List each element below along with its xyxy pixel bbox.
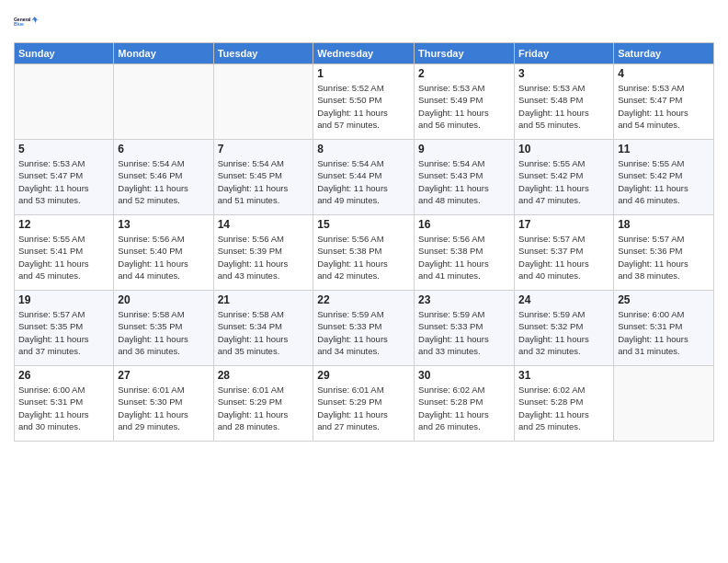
day-number: 23 bbox=[418, 293, 510, 306]
calendar-cell: 15Sunrise: 5:56 AMSunset: 5:38 PMDayligh… bbox=[313, 215, 415, 291]
calendar-week-3: 12Sunrise: 5:55 AMSunset: 5:41 PMDayligh… bbox=[15, 215, 714, 291]
calendar-cell bbox=[15, 64, 114, 140]
calendar-cell: 2Sunrise: 5:53 AMSunset: 5:49 PMDaylight… bbox=[415, 64, 515, 140]
weekday-header-saturday: Saturday bbox=[614, 43, 714, 64]
calendar-cell: 7Sunrise: 5:54 AMSunset: 5:45 PMDaylight… bbox=[213, 140, 313, 215]
calendar-cell bbox=[614, 366, 714, 442]
day-info: Sunrise: 5:54 AMSunset: 5:46 PMDaylight:… bbox=[118, 157, 209, 206]
day-info: Sunrise: 5:57 AMSunset: 5:35 PMDaylight:… bbox=[18, 308, 109, 357]
calendar-cell: 19Sunrise: 5:57 AMSunset: 5:35 PMDayligh… bbox=[15, 291, 114, 366]
day-info: Sunrise: 5:57 AMSunset: 5:36 PMDaylight:… bbox=[618, 233, 710, 282]
day-info: Sunrise: 5:56 AMSunset: 5:38 PMDaylight:… bbox=[418, 233, 510, 282]
day-number: 11 bbox=[618, 143, 710, 155]
calendar-cell: 30Sunrise: 6:02 AMSunset: 5:28 PMDayligh… bbox=[415, 366, 515, 442]
day-info: Sunrise: 6:02 AMSunset: 5:28 PMDaylight:… bbox=[418, 384, 510, 432]
calendar-body: 1Sunrise: 5:52 AMSunset: 5:50 PMDaylight… bbox=[15, 64, 714, 442]
calendar-cell: 12Sunrise: 5:55 AMSunset: 5:41 PMDayligh… bbox=[15, 215, 114, 291]
calendar-cell: 24Sunrise: 5:59 AMSunset: 5:32 PMDayligh… bbox=[515, 291, 614, 366]
day-info: Sunrise: 6:00 AMSunset: 5:31 PMDaylight:… bbox=[618, 308, 710, 357]
weekday-header-sunday: Sunday bbox=[15, 43, 114, 64]
day-number: 14 bbox=[218, 218, 310, 231]
calendar-cell: 4Sunrise: 5:53 AMSunset: 5:47 PMDaylight… bbox=[614, 64, 714, 140]
calendar-cell: 28Sunrise: 6:01 AMSunset: 5:29 PMDayligh… bbox=[213, 366, 313, 442]
day-info: Sunrise: 5:58 AMSunset: 5:34 PMDaylight:… bbox=[218, 308, 310, 357]
calendar-cell bbox=[213, 64, 313, 140]
day-number: 30 bbox=[418, 369, 510, 382]
weekday-header-monday: Monday bbox=[114, 43, 213, 64]
day-info: Sunrise: 5:53 AMSunset: 5:47 PMDaylight:… bbox=[618, 82, 710, 131]
calendar-cell: 9Sunrise: 5:54 AMSunset: 5:43 PMDaylight… bbox=[415, 140, 515, 215]
day-info: Sunrise: 6:01 AMSunset: 5:30 PMDaylight:… bbox=[118, 384, 209, 432]
day-info: Sunrise: 6:02 AMSunset: 5:28 PMDaylight:… bbox=[518, 384, 609, 432]
weekday-header-thursday: Thursday bbox=[415, 43, 515, 64]
day-number: 12 bbox=[18, 218, 109, 231]
day-info: Sunrise: 5:58 AMSunset: 5:35 PMDaylight:… bbox=[118, 308, 209, 357]
calendar-cell: 20Sunrise: 5:58 AMSunset: 5:35 PMDayligh… bbox=[114, 291, 213, 366]
day-number: 6 bbox=[118, 143, 209, 155]
calendar-cell: 25Sunrise: 6:00 AMSunset: 5:31 PMDayligh… bbox=[614, 291, 714, 366]
calendar-cell: 13Sunrise: 5:56 AMSunset: 5:40 PMDayligh… bbox=[114, 215, 213, 291]
day-info: Sunrise: 5:53 AMSunset: 5:48 PMDaylight:… bbox=[518, 82, 609, 131]
day-info: Sunrise: 5:55 AMSunset: 5:42 PMDaylight:… bbox=[618, 157, 710, 206]
calendar-cell: 3Sunrise: 5:53 AMSunset: 5:48 PMDaylight… bbox=[515, 64, 614, 140]
day-number: 2 bbox=[418, 67, 510, 80]
day-number: 31 bbox=[518, 369, 609, 382]
page-header: GeneralBlue bbox=[14, 9, 714, 35]
day-number: 25 bbox=[618, 293, 710, 306]
day-number: 8 bbox=[317, 143, 410, 155]
day-number: 22 bbox=[317, 293, 410, 306]
calendar-cell bbox=[114, 64, 213, 140]
day-info: Sunrise: 5:54 AMSunset: 5:44 PMDaylight:… bbox=[317, 157, 410, 206]
calendar-cell: 5Sunrise: 5:53 AMSunset: 5:47 PMDaylight… bbox=[15, 140, 114, 215]
calendar-header-row: SundayMondayTuesdayWednesdayThursdayFrid… bbox=[15, 43, 714, 64]
day-info: Sunrise: 5:53 AMSunset: 5:49 PMDaylight:… bbox=[418, 82, 510, 131]
day-info: Sunrise: 6:01 AMSunset: 5:29 PMDaylight:… bbox=[218, 384, 310, 432]
calendar-cell: 22Sunrise: 5:59 AMSunset: 5:33 PMDayligh… bbox=[313, 291, 415, 366]
day-number: 20 bbox=[118, 293, 209, 306]
calendar-cell: 27Sunrise: 6:01 AMSunset: 5:30 PMDayligh… bbox=[114, 366, 213, 442]
svg-marker-2 bbox=[31, 17, 39, 23]
calendar-table: SundayMondayTuesdayWednesdayThursdayFrid… bbox=[14, 42, 714, 442]
day-number: 29 bbox=[317, 369, 410, 382]
day-info: Sunrise: 5:55 AMSunset: 5:41 PMDaylight:… bbox=[18, 233, 109, 282]
day-number: 15 bbox=[317, 218, 410, 231]
day-info: Sunrise: 5:54 AMSunset: 5:43 PMDaylight:… bbox=[418, 157, 510, 206]
day-number: 4 bbox=[618, 67, 710, 80]
day-info: Sunrise: 5:57 AMSunset: 5:37 PMDaylight:… bbox=[518, 233, 609, 282]
calendar-cell: 18Sunrise: 5:57 AMSunset: 5:36 PMDayligh… bbox=[614, 215, 714, 291]
day-info: Sunrise: 5:54 AMSunset: 5:45 PMDaylight:… bbox=[218, 157, 310, 206]
day-info: Sunrise: 5:59 AMSunset: 5:33 PMDaylight:… bbox=[317, 308, 410, 357]
day-number: 27 bbox=[118, 369, 209, 382]
day-number: 26 bbox=[18, 369, 109, 382]
weekday-header-wednesday: Wednesday bbox=[313, 43, 415, 64]
calendar-cell: 21Sunrise: 5:58 AMSunset: 5:34 PMDayligh… bbox=[213, 291, 313, 366]
calendar-week-5: 26Sunrise: 6:00 AMSunset: 5:31 PMDayligh… bbox=[15, 366, 714, 442]
day-info: Sunrise: 5:56 AMSunset: 5:38 PMDaylight:… bbox=[317, 233, 410, 282]
calendar-cell: 8Sunrise: 5:54 AMSunset: 5:44 PMDaylight… bbox=[313, 140, 415, 215]
day-number: 17 bbox=[518, 218, 609, 231]
calendar-cell: 23Sunrise: 5:59 AMSunset: 5:33 PMDayligh… bbox=[415, 291, 515, 366]
day-info: Sunrise: 5:52 AMSunset: 5:50 PMDaylight:… bbox=[317, 82, 410, 131]
calendar-cell: 31Sunrise: 6:02 AMSunset: 5:28 PMDayligh… bbox=[515, 366, 614, 442]
day-number: 16 bbox=[418, 218, 510, 231]
day-number: 24 bbox=[518, 293, 609, 306]
calendar-cell: 6Sunrise: 5:54 AMSunset: 5:46 PMDaylight… bbox=[114, 140, 213, 215]
weekday-header-friday: Friday bbox=[515, 43, 614, 64]
logo: GeneralBlue bbox=[14, 9, 40, 35]
calendar-week-4: 19Sunrise: 5:57 AMSunset: 5:35 PMDayligh… bbox=[15, 291, 714, 366]
day-number: 18 bbox=[618, 218, 710, 231]
calendar-cell: 26Sunrise: 6:00 AMSunset: 5:31 PMDayligh… bbox=[15, 366, 114, 442]
logo-icon: GeneralBlue bbox=[14, 9, 40, 35]
calendar-week-1: 1Sunrise: 5:52 AMSunset: 5:50 PMDaylight… bbox=[15, 64, 714, 140]
calendar-cell: 16Sunrise: 5:56 AMSunset: 5:38 PMDayligh… bbox=[415, 215, 515, 291]
day-info: Sunrise: 5:59 AMSunset: 5:33 PMDaylight:… bbox=[418, 308, 510, 357]
svg-text:Blue: Blue bbox=[14, 22, 24, 27]
day-number: 21 bbox=[218, 293, 310, 306]
day-number: 7 bbox=[218, 143, 310, 155]
day-info: Sunrise: 6:00 AMSunset: 5:31 PMDaylight:… bbox=[18, 384, 109, 432]
calendar-cell: 14Sunrise: 5:56 AMSunset: 5:39 PMDayligh… bbox=[213, 215, 313, 291]
day-info: Sunrise: 5:53 AMSunset: 5:47 PMDaylight:… bbox=[18, 157, 109, 206]
calendar-cell: 29Sunrise: 6:01 AMSunset: 5:29 PMDayligh… bbox=[313, 366, 415, 442]
day-number: 9 bbox=[418, 143, 510, 155]
day-number: 13 bbox=[118, 218, 209, 231]
